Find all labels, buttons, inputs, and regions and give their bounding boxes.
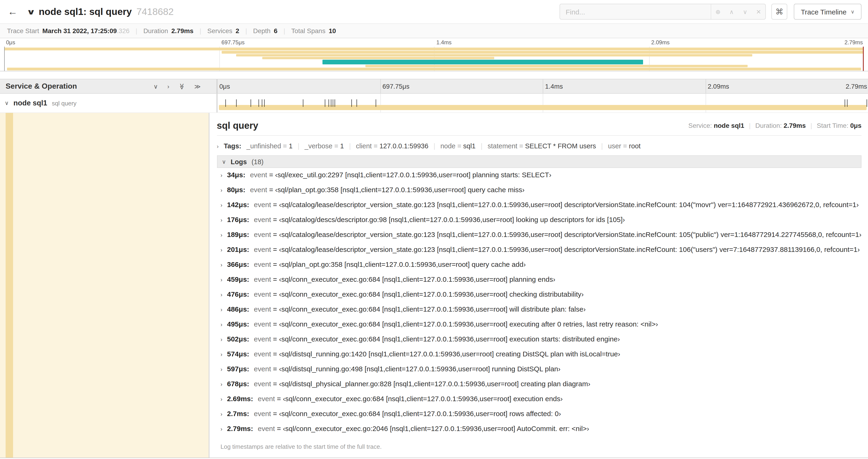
back-button[interactable]: ←	[0, 0, 25, 23]
log-text: event = ‹sql/exec_util.go:2297 [nsql1,cl…	[250, 171, 551, 179]
log-field-value: ‹sql/conn_executor_exec.go:684 [nsql1,cl…	[279, 305, 586, 313]
log-field-key: event	[254, 230, 271, 238]
summary-items: Trace StartMarch 31 2022, 17:25:09.326|D…	[7, 27, 336, 35]
log-entry[interactable]: ›459μs:event = ‹sql/conn_executor_exec.g…	[217, 275, 862, 290]
tag-separator: |	[349, 142, 351, 150]
log-entry[interactable]: ›176μs:event = ‹sql/catalog/descs/descri…	[217, 216, 862, 230]
tag-separator: |	[298, 142, 300, 150]
log-entry[interactable]: ›476μs:event = ‹sql/conn_executor_exec.g…	[217, 290, 862, 305]
expand-all-icon[interactable]: ≫	[194, 83, 201, 90]
meta-separator: |	[749, 122, 751, 129]
expand-chevron-icon: ›	[220, 262, 222, 268]
expand-one-icon[interactable]: ›	[167, 83, 169, 90]
log-field-key: event	[254, 409, 271, 418]
tag-value: root	[629, 142, 641, 150]
logs-header[interactable]: ∨ Logs (18)	[217, 155, 862, 168]
tag-value: sql1	[463, 142, 475, 150]
log-text: event = ‹sql/catalog/lease/descriptor_ve…	[254, 201, 859, 208]
collapse-one-icon[interactable]: ∨	[154, 83, 158, 90]
view-selector[interactable]: Trace Timeline ∨	[794, 4, 862, 20]
minimap-span-bar	[365, 65, 748, 67]
depth-value: 6	[274, 27, 277, 35]
locate-icon[interactable]: ⊕	[711, 4, 725, 19]
log-field-value: ‹sql/plan_opt.go:358 [nsql1,client=127.0…	[275, 186, 525, 194]
total-spans-label: Total Spans	[291, 27, 325, 35]
log-entry[interactable]: ›201μs:event = ‹sql/catalog/lease/descri…	[217, 245, 862, 260]
collapse-all-icon[interactable]: ≫	[178, 83, 185, 89]
expand-chevron-icon: ›	[220, 411, 222, 418]
log-entry[interactable]: ›142μs:event = ‹sql/catalog/lease/descri…	[217, 201, 862, 216]
log-text: event = ‹sql/plan_opt.go:358 [nsql1,clie…	[250, 186, 525, 194]
tag-value: 1	[289, 142, 292, 150]
next-result-icon[interactable]: ∨	[738, 4, 752, 19]
time-tick-label: 0μs	[6, 39, 15, 46]
tag-key: _verbose	[305, 142, 332, 150]
expand-chevron-icon: ›	[220, 217, 222, 223]
tag-separator: |	[480, 142, 483, 150]
span-detail-left-gutter	[0, 113, 209, 458]
tag-value: 1	[340, 142, 344, 150]
log-entry[interactable]: ›2.69ms:event = ‹sql/conn_executor_exec.…	[217, 395, 862, 409]
log-field-value: ‹sql/conn_executor_exec.go:2046 [nsql1,c…	[283, 424, 589, 432]
span-detail-titlebar: sql query Service: node sql1|Duration: 2…	[217, 117, 862, 134]
log-field-key: event	[254, 216, 271, 223]
log-field-value: ‹sql/conn_executor_exec.go:684 [nsql1,cl…	[279, 290, 584, 298]
clear-find-icon[interactable]: ✕	[752, 4, 765, 19]
log-entry[interactable]: ›502μs:event = ‹sql/conn_executor_exec.g…	[217, 335, 862, 350]
span-timeline[interactable]	[217, 94, 868, 112]
log-list: ›34μs:event = ‹sql/exec_util.go:2297 [ns…	[217, 168, 862, 439]
trace-minimap: 0μs697.75μs1.4ms2.09ms2.79ms	[0, 38, 868, 71]
log-text: event = ‹sql/catalog/descs/descriptor.go…	[254, 216, 625, 223]
summary-separator: |	[199, 27, 201, 35]
tag-node: node = sql1	[440, 142, 475, 150]
log-field-key: event	[250, 171, 267, 179]
keyboard-shortcuts-button[interactable]: ⌘	[771, 4, 787, 20]
minimap-left-scrubber[interactable]	[4, 47, 5, 71]
log-entry[interactable]: ›80μs:event = ‹sql/plan_opt.go:358 [nsql…	[217, 186, 862, 201]
chevron-down-icon[interactable]: ∨	[5, 100, 9, 106]
log-timestamp: 495μs:	[227, 320, 249, 328]
duration-value: 2.79ms	[171, 27, 193, 35]
expand-chevron-icon: ›	[220, 396, 222, 402]
log-entry[interactable]: ›678μs:event = ‹sql/distsql_physical_pla…	[217, 380, 862, 395]
expand-chevron-icon: ›	[220, 187, 222, 194]
log-entry[interactable]: ›366μs:event = ‹sql/plan_opt.go:358 [nsq…	[217, 260, 862, 275]
log-entry[interactable]: ›486μs:event = ‹sql/conn_executor_exec.g…	[217, 305, 862, 320]
command-icon: ⌘	[775, 7, 783, 17]
span-tree-item[interactable]: ∨ node sql1 sql query	[0, 94, 217, 112]
log-timestamp: 366μs:	[227, 260, 249, 268]
log-entry[interactable]: ›2.79ms:event = ‹sql/conn_executor_exec.…	[217, 424, 862, 439]
log-text: event = ‹sql/catalog/lease/descriptor_ve…	[254, 245, 860, 253]
minimap-range-selector[interactable]	[4, 47, 864, 71]
log-marker	[265, 99, 265, 107]
log-text: event = ‹sql/distsql_physical_planner.go…	[254, 380, 590, 388]
gridline	[380, 79, 380, 93]
span-row[interactable]: ∨ node sql1 sql query	[0, 94, 868, 113]
expand-chevron-icon: ›	[220, 172, 222, 179]
trace-collapse-chevron-icon[interactable]: ∨	[27, 7, 36, 16]
log-entry[interactable]: ›34μs:event = ‹sql/exec_util.go:2297 [ns…	[217, 171, 862, 186]
log-timestamp: 176μs:	[227, 216, 249, 223]
minimap-right-scrubber[interactable]	[863, 47, 864, 71]
span-duration-bar[interactable]	[219, 105, 867, 110]
minimap-span-bar	[322, 60, 643, 64]
tags-row[interactable]: › Tags: _unfinished = 1|_verbose = 1|cli…	[217, 139, 862, 155]
prev-result-icon[interactable]: ∧	[725, 4, 738, 19]
log-field-value: ‹sql/conn_executor_exec.go:684 [nsql1,cl…	[283, 395, 563, 402]
chevron-down-icon: ∨	[222, 158, 226, 165]
tag-statement: statement = SELECT * FROM users	[488, 142, 596, 150]
expand-chevron-icon: ›	[220, 336, 222, 343]
log-entry[interactable]: ›597μs:event = ‹sql/distsql_running.go:4…	[217, 365, 862, 380]
log-marker	[303, 99, 303, 107]
log-text: event = ‹sql/conn_executor_exec.go:684 […	[254, 275, 555, 283]
log-text: event = ‹sql/conn_executor_exec.go:684 […	[254, 320, 658, 328]
log-entry[interactable]: ›2.7ms:event = ‹sql/conn_executor_exec.g…	[217, 409, 862, 424]
find-input[interactable]	[560, 4, 711, 19]
log-entry[interactable]: ›574μs:event = ‹sql/distsql_running.go:1…	[217, 350, 862, 365]
expand-chevron-icon: ›	[220, 247, 222, 253]
time-tick-label: 2.79ms	[846, 83, 867, 90]
span-meta: Service: node sql1|Duration: 2.79ms|Star…	[688, 122, 862, 129]
log-entry[interactable]: ›495μs:event = ‹sql/conn_executor_exec.g…	[217, 320, 862, 335]
log-entry[interactable]: ›189μs:event = ‹sql/catalog/lease/descri…	[217, 230, 862, 245]
log-text: event = ‹sql/conn_executor_exec.go:684 […	[254, 409, 561, 418]
